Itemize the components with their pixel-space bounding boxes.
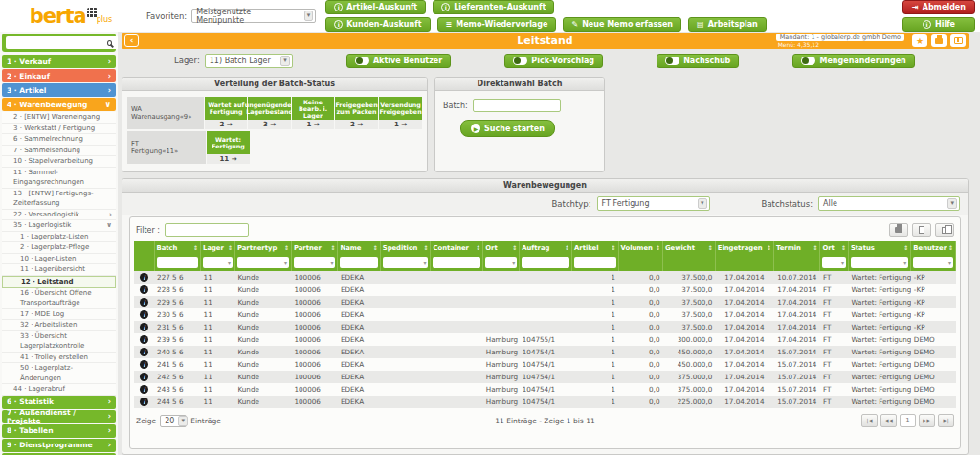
status-count-link[interactable]: 1 → <box>292 120 334 129</box>
col-header-status[interactable]: Status⇕ <box>848 241 910 254</box>
sidebar-item-2-entw-wareneingang[interactable]: 2 · [ENTW] Wareneingang <box>2 112 116 124</box>
print-button[interactable] <box>931 34 947 47</box>
info-icon[interactable]: i <box>140 373 148 381</box>
table-print-button[interactable] <box>889 223 908 237</box>
sidebar-item-11-sammel-eingangsrechnungen[interactable]: 11 · Sammel-Eingangsrechnungen <box>2 168 116 189</box>
first-page-button[interactable]: |◀ <box>861 414 878 427</box>
table-row[interactable]: i227 5 611Kunde100006EDEKA10,037.500,017… <box>134 271 956 284</box>
filter-input[interactable] <box>165 223 249 237</box>
column-filter-input[interactable] <box>574 257 616 268</box>
column-filter-select[interactable]: ▾ <box>237 257 289 268</box>
info-icon[interactable]: i <box>140 310 148 319</box>
button-arbeitsplan[interactable]: ▤Arbeitsplan <box>688 17 767 32</box>
sidebar-item-1-lagerplatz-listen[interactable]: 1 · Lagerplatz-Listen <box>2 232 116 243</box>
col-header-benutzer[interactable]: Benutzer⇕ <box>911 241 956 254</box>
table-row[interactable]: i239 5 611Kunde100006EDEKAHamburg104755/… <box>134 333 956 346</box>
info-icon[interactable]: i <box>140 335 148 344</box>
table-export-button[interactable] <box>912 223 931 237</box>
sidebar-item-11-lagerübersicht[interactable]: 11 · Lagerübersicht <box>2 264 116 276</box>
sidebar-item-12-leitstand[interactable]: 12 · Leitstand <box>2 276 116 288</box>
sidebar-item-dienstprogramme[interactable]: 9 · Dienstprogramme› <box>2 439 116 452</box>
table-row[interactable]: i240 5 611Kunde100006EDEKAHamburg104754/… <box>134 346 956 358</box>
batchstatus-select[interactable]: Alle ▾ <box>818 196 960 211</box>
col-header-partner[interactable]: Partner⇕ <box>291 241 338 254</box>
sidebar-item-einkauf[interactable]: 2 · Einkauf› <box>2 69 116 82</box>
sidebar-item-verkauf[interactable]: 1 · Verkauf› <box>2 55 116 68</box>
table-row[interactable]: i228 5 611Kunde100006EDEKA10,037.500,017… <box>134 284 956 296</box>
sidebar-item-3-werkstatt-fertigung[interactable]: 3 · Werkstatt / Fertigung <box>2 124 116 135</box>
sidebar-item-32-arbeitslisten[interactable]: 32 · Arbeitslisten <box>2 320 116 331</box>
info-icon[interactable]: i <box>140 323 148 331</box>
sidebar-item-statistik[interactable]: 6 · Statistik› <box>2 396 116 409</box>
sidebar-item-13-entw-fertigungs-zeiterfassung[interactable]: 13 · [ENTW] Fertigungs-Zeiterfassung <box>2 189 116 210</box>
column-filter-input[interactable] <box>433 257 480 268</box>
sidebar-item-16-übersicht-offene-transportaufträge[interactable]: 16 · Übersicht Offene Transportaufträge <box>2 288 116 309</box>
column-filter-select[interactable]: ▾ <box>203 257 233 268</box>
table-row[interactable]: i242 5 611Kunde100006EDEKAHamburg104754/… <box>134 371 956 383</box>
last-page-button[interactable]: ▶| <box>938 414 954 427</box>
lager-select[interactable]: 11) Batch Lager ▾ <box>205 54 293 68</box>
sidebar-item-7-sammelsendung[interactable]: 7 · Sammelsendung <box>2 146 116 157</box>
help-button[interactable]: i Hilfe <box>902 17 975 32</box>
sidebar-item-2-lagerplatz-pflege[interactable]: 2 · Lagerplatz-Pflege <box>2 242 116 254</box>
button-lieferanten-auskunft[interactable]: iLieferanten-Auskunft <box>433 0 554 14</box>
status-count-link[interactable]: 2 → <box>335 120 378 129</box>
column-filter-select[interactable]: ▾ <box>913 257 953 268</box>
sidebar-item-50-lagerplatz-änderungen[interactable]: 50 · Lagerplatz-Änderungen <box>2 363 116 384</box>
manual-button[interactable] <box>950 34 966 47</box>
sidebar-item-10-lager-listen[interactable]: 10 · Lager-Listen <box>2 254 116 265</box>
sidebar-item-35-lagerlogistik[interactable]: 35 · Lagerlogistik∨ <box>2 220 116 232</box>
column-filter-select[interactable]: ▾ <box>851 257 908 268</box>
info-icon[interactable]: i <box>140 298 148 307</box>
col-header-termin[interactable]: Termin⇕ <box>773 241 820 254</box>
batch-input[interactable] <box>473 99 561 112</box>
button-artikel-auskunft[interactable]: iArtikel-Auskunft <box>325 0 426 14</box>
sidebar-item-aussendienst-projekte[interactable]: 7 · Außendienst / Projekte› <box>2 410 116 423</box>
info-icon[interactable]: i <box>140 398 148 406</box>
table-row[interactable]: i231 5 611Kunde100006EDEKA10,037.500,017… <box>134 321 956 333</box>
table-row[interactable]: i230 5 611Kunde100006EDEKA10,037.500,017… <box>134 308 956 321</box>
sidebar-item-6-sammelrechnung[interactable]: 6 · Sammelrechnung <box>2 134 116 146</box>
toggle-mengenänderungen[interactable]: Mengenänderungen <box>792 54 914 68</box>
sidebar-item-41-trolley-erstellen[interactable]: 41 · Trolley erstellen <box>2 353 116 364</box>
status-count-link[interactable]: 11 → <box>207 154 250 164</box>
sidebar-item-10-stapelverarbeitung[interactable]: 10 · Stapelverarbeitung <box>2 156 116 168</box>
info-icon[interactable]: i <box>140 285 148 294</box>
column-filter-select[interactable]: ▾ <box>822 257 846 268</box>
sidebar-item-17-mde-log[interactable]: 17 · MDE Log <box>2 309 116 321</box>
favorites-select[interactable]: Meistgenutzte Menüpunkte ▾ <box>191 9 316 23</box>
favorite-star-button[interactable]: ★ <box>912 34 927 47</box>
col-header-eingetragen[interactable]: Eingetragen⇕ <box>715 241 773 254</box>
sidebar-item-warenbewegung[interactable]: 4 · Warenbewegung∨ <box>2 98 116 111</box>
col-header-ort[interactable]: Ort⇕ <box>483 241 520 254</box>
toggle-aktive-benutzer[interactable]: Aktive Benutzer <box>346 54 451 68</box>
table-copy-button[interactable] <box>935 223 954 237</box>
sidebar-search-input[interactable] <box>6 36 118 49</box>
col-header-batch[interactable]: Batch⇕ <box>154 241 201 254</box>
column-filter-select[interactable]: ▾ <box>294 257 336 268</box>
table-row[interactable]: i229 5 611Kunde100006EDEKA10,037.500,017… <box>134 296 956 308</box>
col-header-lager[interactable]: Lager⇕ <box>201 241 235 254</box>
info-icon[interactable]: i <box>140 385 148 394</box>
col-header-artikel[interactable]: Artikel⇕ <box>572 241 619 254</box>
table-row[interactable]: i243 5 611Kunde100006EDEKAHamburg104754/… <box>134 383 956 396</box>
col-header-name[interactable]: Name⇕ <box>338 241 380 254</box>
col-header-volumen[interactable]: Volumen⇕ <box>618 241 662 254</box>
col-header-spedition[interactable]: Spedition⇕ <box>380 241 431 254</box>
sidebar-item-artikel[interactable]: 3 · Artikel› <box>2 83 116 97</box>
next-page-button[interactable]: ▶▶ <box>919 414 935 427</box>
table-row[interactable]: i241 5 611Kunde100006EDEKAHamburg104754/… <box>134 358 956 371</box>
column-filter-input[interactable] <box>522 257 569 268</box>
col-header-gewicht[interactable]: Gewicht⇕ <box>662 241 715 254</box>
batchtyp-select[interactable]: FT Fertigung ▾ <box>597 196 710 211</box>
column-filter-select[interactable]: ▾ <box>383 257 429 268</box>
search-start-button[interactable]: ▶ Suche starten <box>460 120 555 137</box>
prev-page-button[interactable]: ◀◀ <box>880 414 897 427</box>
info-icon[interactable]: i <box>140 348 148 356</box>
sidebar-item-44-lagerabruf[interactable]: 44 · Lagerabruf <box>2 384 116 396</box>
info-icon[interactable]: i <box>140 273 148 282</box>
table-row[interactable]: i244 5 611Kunde100006EDEKAHamburg104754/… <box>134 396 956 408</box>
column-filter-select[interactable]: ▾ <box>485 257 517 268</box>
sidebar-item-22-versandlogistik[interactable]: 22 · Versandlogistik› <box>2 210 116 221</box>
col-header-container[interactable]: Container⇕ <box>431 241 483 254</box>
